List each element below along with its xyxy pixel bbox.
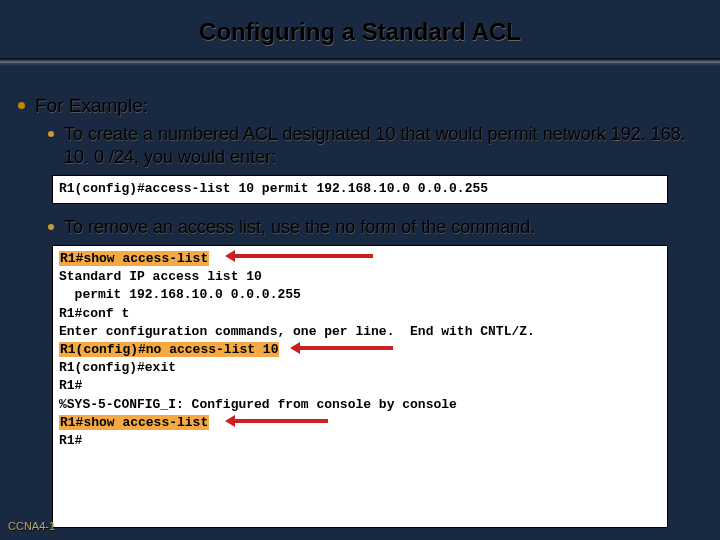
bullet-text: To create a numbered ACL designated 10 t… xyxy=(64,123,702,170)
code-line: R1# xyxy=(59,378,82,393)
bullet-text: To remove an access list, use the no for… xyxy=(64,216,535,239)
code-block-remove: R1#show access-list Standard IP access l… xyxy=(52,245,668,528)
bullet-for-example: For Example: xyxy=(18,94,702,119)
code-line: Standard IP access list 10 xyxy=(59,269,262,284)
slide-title: Configuring a Standard ACL xyxy=(0,0,720,58)
code-line: Enter configuration commands, one per li… xyxy=(59,324,535,339)
footer-left: CCNA4-1 xyxy=(8,520,55,532)
content-area: For Example: To create a numbered ACL de… xyxy=(0,94,720,528)
bullet-remove: To remove an access list, use the no for… xyxy=(48,216,702,239)
bullet-create: To create a numbered ACL designated 10 t… xyxy=(48,123,702,170)
bullet-dot-icon xyxy=(48,131,54,137)
code-line: R1# xyxy=(59,433,82,448)
bullet-dot-icon xyxy=(18,102,25,109)
code-line: permit 192.168.10.0 0.0.0.255 xyxy=(59,287,301,302)
arrow-annotation-icon xyxy=(298,346,393,350)
code-block-create: R1(config)#access-list 10 permit 192.168… xyxy=(52,175,668,203)
bullet-text: For Example: xyxy=(35,94,148,119)
arrow-annotation-icon xyxy=(233,419,328,423)
code-line: R1(config)#exit xyxy=(59,360,176,375)
arrow-annotation-icon xyxy=(233,254,373,258)
code-line: %SYS-5-CONFIG_I: Configured from console… xyxy=(59,397,457,412)
code-line-highlight: R1#show access-list xyxy=(59,251,209,266)
code-line: R1#conf t xyxy=(59,306,129,321)
bullet-dot-icon xyxy=(48,224,54,230)
code-line-highlight: R1(config)#no access-list 10 xyxy=(59,342,279,357)
code-line: R1(config)#access-list 10 permit 192.168… xyxy=(59,181,488,196)
code-line-highlight: R1#show access-list xyxy=(59,415,209,430)
divider xyxy=(0,58,720,66)
